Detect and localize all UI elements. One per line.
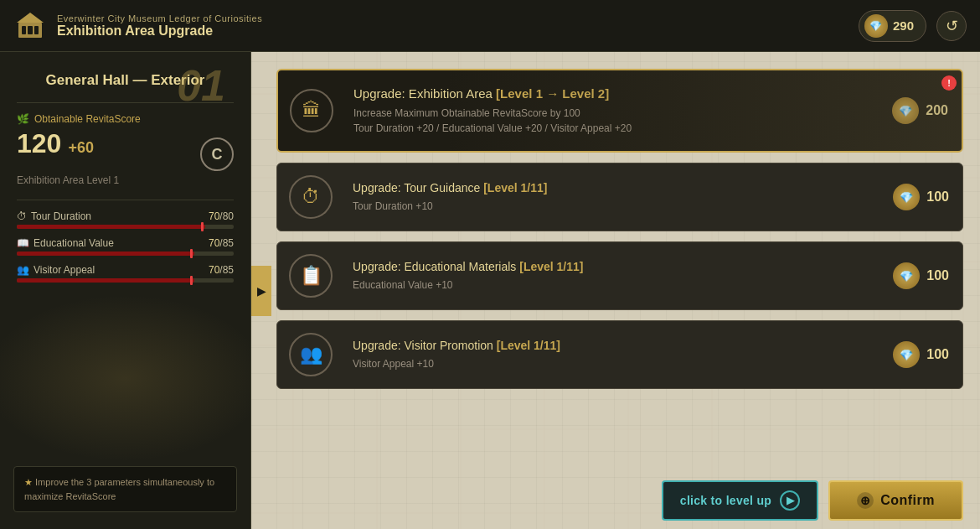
- card-desc1-2: Educational Value +10: [353, 277, 879, 293]
- revita-leaf-icon: 🌿: [17, 113, 29, 125]
- back-button[interactable]: ↺: [936, 11, 967, 41]
- card-level-tag-1: [Level 1/11]: [483, 181, 547, 194]
- panel-number: 01: [177, 64, 225, 107]
- card-icon-0: 🏛: [290, 89, 333, 132]
- stat-bar-fill-2: [17, 278, 194, 283]
- stat-bar-fill-0: [17, 225, 205, 229]
- header-subtitle: Everwinter City Museum Ledger of Curiosi…: [57, 13, 262, 23]
- stat-icon-0: ⏱: [17, 210, 27, 222]
- currency-badge: 💎 290: [859, 10, 926, 42]
- card-icon-area-1: ⏱: [277, 163, 344, 231]
- card-title-3: Upgrade: Visitor Promotion [Level 1/11]: [353, 339, 879, 352]
- revita-score-plus: +60: [68, 139, 94, 157]
- card-cost-3: 💎 100: [887, 341, 962, 368]
- svg-rect-4: [34, 26, 39, 34]
- stat-values-0: 70/80: [209, 210, 234, 222]
- action-bar: click to level up ▶ ⊕ Confirm: [251, 472, 980, 529]
- card-desc1-0: Increase Maximum Obtainable RevitaScore …: [353, 106, 878, 136]
- stat-row-1: 📖 Educational Value 70/85: [17, 237, 234, 256]
- upgrade-card-educational-materials[interactable]: 📋 Upgrade: Educational Materials [Level …: [276, 241, 963, 310]
- header-title: Exhibition Area Upgrade: [57, 23, 262, 39]
- card-title-2: Upgrade: Educational Materials [Level 1/…: [353, 260, 879, 273]
- currency-icon: 💎: [864, 14, 888, 38]
- card-cost-0: 💎 200: [886, 97, 962, 124]
- card-icon-2: 📋: [289, 254, 333, 298]
- card-desc2-0: Tour Duration +20 / Educational Value +2…: [353, 121, 878, 136]
- level-up-button[interactable]: click to level up ▶: [662, 480, 818, 521]
- bg-art-decoration: [0, 294, 251, 462]
- upgrade-card-featured[interactable]: 🏛 Upgrade: Exhibition Area [Level 1 → Le…: [276, 69, 963, 153]
- header-text: Everwinter City Museum Ledger of Curiosi…: [57, 13, 262, 39]
- level-up-label: click to level up: [680, 494, 771, 507]
- hint-box: ★ Improve the 3 parameters simultaneousl…: [13, 466, 237, 512]
- card-desc1-3: Visitor Appeal +10: [353, 356, 879, 371]
- card-icon-area-2: 📋: [277, 242, 344, 309]
- stat-name-1: 📖 Educational Value: [17, 237, 114, 249]
- card-icon-1: ⏱: [289, 175, 333, 219]
- hint-content: Improve the 3 parameters simultaneously …: [24, 477, 214, 501]
- header: Everwinter City Museum Ledger of Curiosi…: [0, 0, 980, 52]
- card-content-1: Upgrade: Tour Guidance [Level 1/11] Tour…: [344, 169, 887, 226]
- stat-bar-fill-1: [17, 252, 194, 256]
- card-desc1-1: Tour Duration +10: [353, 199, 879, 214]
- header-museum-icon: [13, 9, 47, 43]
- stat-bar-bg-0: [17, 225, 234, 229]
- cost-amount-3: 100: [926, 347, 949, 362]
- hint-star: ★: [24, 477, 33, 487]
- cost-amount-2: 100: [926, 268, 949, 283]
- stat-name-0: ⏱ Tour Duration: [17, 210, 91, 222]
- revita-grade: C: [200, 137, 234, 171]
- right-panel: ▶ 🏛 Upgrade: Exhibition Area [Level 1 → …: [251, 52, 980, 529]
- divider-2: [17, 200, 234, 200]
- area-level: Exhibition Area Level 1: [17, 174, 234, 186]
- confirm-label: Confirm: [880, 493, 935, 508]
- upgrades-container: 🏛 Upgrade: Exhibition Area [Level 1 → Le…: [276, 69, 963, 389]
- hint-text: ★ Improve the 3 parameters simultaneousl…: [24, 475, 226, 503]
- card-level-tag-3: [Level 1/11]: [497, 339, 560, 352]
- card-cost-2: 💎 100: [887, 262, 962, 289]
- card-level-tag-0: [Level 1 → Level 2]: [496, 86, 609, 101]
- stat-bar-marker-0: [201, 222, 204, 231]
- upgrade-card-visitor-promotion[interactable]: 👥 Upgrade: Visitor Promotion [Level 1/11…: [276, 320, 963, 389]
- stat-bar-bg-1: [17, 252, 234, 256]
- stat-row-2: 👥 Visitor Appeal 70/85: [17, 264, 234, 283]
- card-level-tag-2: [Level 1/11]: [519, 260, 583, 273]
- header-right: 💎 290 ↺: [859, 10, 967, 42]
- revita-label: 🌿 Obtainable RevitaScore: [17, 113, 234, 125]
- svg-rect-3: [28, 26, 33, 34]
- card-title-0: Upgrade: Exhibition Area [Level 1 → Leve…: [353, 86, 878, 101]
- svg-rect-2: [22, 26, 26, 34]
- stat-bar-bg-2: [17, 278, 234, 283]
- svg-marker-1: [17, 13, 44, 23]
- upgrade-card-tour-guidance[interactable]: ⏱ Upgrade: Tour Guidance [Level 1/11] To…: [276, 163, 963, 231]
- level-up-arrow-icon: ▶: [780, 490, 800, 511]
- card-content-2: Upgrade: Educational Materials [Level 1/…: [344, 248, 887, 304]
- cost-icon-1: 💎: [893, 184, 920, 210]
- revita-score-main: 120: [17, 128, 61, 159]
- card-cost-1: 💎 100: [887, 184, 962, 210]
- cost-icon-0: 💎: [892, 97, 919, 124]
- stat-icon-2: 👥: [17, 264, 29, 276]
- cost-amount-0: 200: [926, 103, 948, 118]
- revita-label-text: Obtainable RevitaScore: [34, 113, 141, 125]
- stat-icon-1: 📖: [17, 237, 29, 249]
- stats-container: ⏱ Tour Duration 70/80 📖 Educational Valu…: [17, 210, 234, 283]
- stat-values-2: 70/85: [209, 264, 234, 276]
- card-icon-3: 👥: [289, 333, 333, 376]
- cost-amount-1: 100: [926, 189, 949, 205]
- confirm-plus-icon: ⊕: [857, 492, 874, 509]
- stat-bar-marker-1: [190, 249, 193, 258]
- cost-icon-3: 💎: [893, 341, 920, 368]
- stat-name-2: 👥 Visitor Appeal: [17, 264, 95, 276]
- stat-row-0: ⏱ Tour Duration 70/80: [17, 210, 234, 229]
- currency-amount: 290: [893, 18, 914, 33]
- card-icon-area-0: 🏛: [278, 77, 345, 144]
- left-panel: 01 General Hall — Exterior 🌿 Obtainable …: [0, 52, 251, 529]
- card-content-0: Upgrade: Exhibition Area [Level 1 → Leve…: [345, 73, 886, 149]
- nav-arrow[interactable]: ▶: [251, 266, 271, 316]
- confirm-button[interactable]: ⊕ Confirm: [828, 480, 963, 521]
- stat-values-1: 70/85: [209, 237, 234, 249]
- card-icon-area-3: 👥: [277, 321, 344, 388]
- card-content-3: Upgrade: Visitor Promotion [Level 1/11] …: [344, 327, 887, 383]
- card-title-1: Upgrade: Tour Guidance [Level 1/11]: [353, 181, 879, 194]
